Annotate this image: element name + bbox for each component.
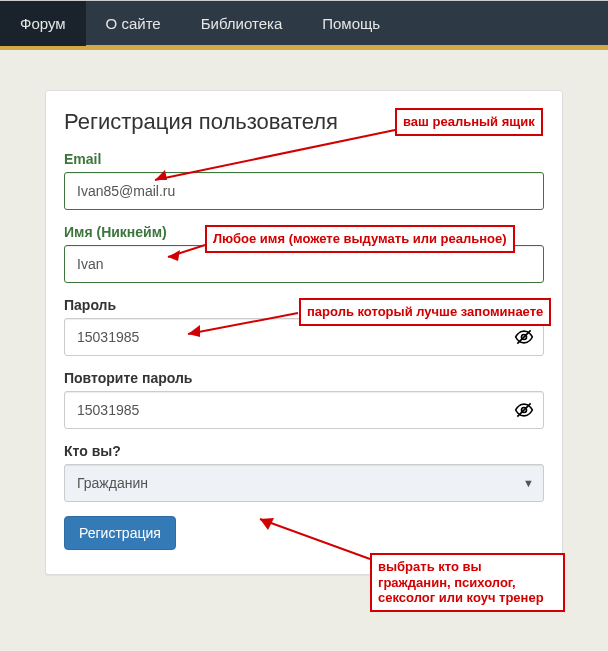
submit-button[interactable]: Регистрация: [64, 516, 176, 550]
email-label: Email: [64, 151, 544, 167]
who-label: Кто вы?: [64, 443, 544, 459]
confirm-password-field[interactable]: [64, 391, 544, 429]
nav-library[interactable]: Библиотека: [181, 1, 303, 46]
top-navbar: Форум О сайте Библиотека Помощь: [0, 0, 608, 45]
who-select[interactable]: Гражданин: [64, 464, 544, 502]
email-field[interactable]: [64, 172, 544, 210]
registration-panel: Регистрация пользователя Email Имя (Никн…: [45, 90, 563, 575]
annotation-email: ваш реальный ящик: [395, 108, 543, 136]
confirm-password-label: Повторите пароль: [64, 370, 544, 386]
nav-forum[interactable]: Форум: [0, 1, 86, 46]
annotation-password: пароль который лучше запоминаете: [299, 298, 551, 326]
toggle-confirm-password-icon[interactable]: [514, 400, 534, 420]
nav-about[interactable]: О сайте: [86, 1, 181, 46]
annotation-who: выбрать кто вы гражданин, психолог, секс…: [370, 553, 565, 612]
annotation-name: Любое имя (можете выдумать или реальное): [205, 225, 515, 253]
nav-help[interactable]: Помощь: [302, 1, 400, 46]
toggle-password-icon[interactable]: [514, 327, 534, 347]
